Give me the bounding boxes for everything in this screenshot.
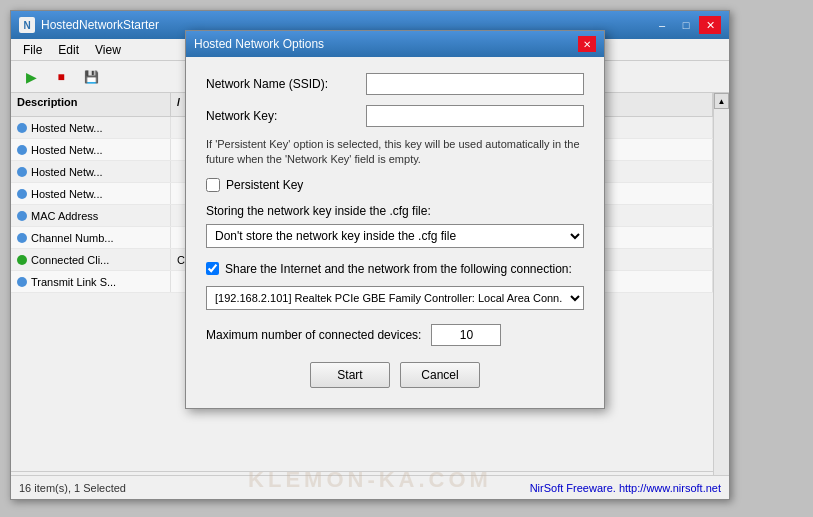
storing-dropdown-row: Don't store the network key inside the .… bbox=[206, 224, 584, 248]
dialog-title-bar: Hosted Network Options ✕ bbox=[186, 31, 604, 57]
share-connection-row: [192.168.2.101] Realtek PCIe GBE Family … bbox=[206, 286, 584, 310]
network-key-input[interactable] bbox=[366, 105, 584, 127]
info-text: If 'Persistent Key' option is selected, … bbox=[206, 137, 584, 168]
share-checkbox-row: Share the Internet and the network from … bbox=[206, 262, 584, 276]
share-label: Share the Internet and the network from … bbox=[225, 262, 572, 276]
dialog-close-button[interactable]: ✕ bbox=[578, 36, 596, 52]
max-devices-label: Maximum number of connected devices: bbox=[206, 328, 421, 342]
share-checkbox[interactable] bbox=[206, 262, 219, 275]
network-key-row: Network Key: bbox=[206, 105, 584, 127]
network-name-label: Network Name (SSID): bbox=[206, 77, 366, 91]
dialog-title: Hosted Network Options bbox=[194, 37, 324, 51]
dialog-body: Network Name (SSID): Network Key: If 'Pe… bbox=[186, 57, 604, 408]
dialog-overlay: Hosted Network Options ✕ Network Name (S… bbox=[0, 0, 813, 517]
max-devices-input[interactable] bbox=[431, 324, 501, 346]
dialog-buttons: Start Cancel bbox=[206, 362, 584, 392]
network-name-input[interactable] bbox=[366, 73, 584, 95]
hosted-network-options-dialog: Hosted Network Options ✕ Network Name (S… bbox=[185, 30, 605, 409]
storing-dropdown[interactable]: Don't store the network key inside the .… bbox=[206, 224, 584, 248]
persistent-key-row: Persistent Key bbox=[206, 178, 584, 192]
cancel-button[interactable]: Cancel bbox=[400, 362, 480, 388]
persistent-key-label: Persistent Key bbox=[226, 178, 303, 192]
share-connection-dropdown[interactable]: [192.168.2.101] Realtek PCIe GBE Family … bbox=[206, 286, 584, 310]
persistent-key-checkbox[interactable] bbox=[206, 178, 220, 192]
storing-label: Storing the network key inside the .cfg … bbox=[206, 204, 584, 218]
network-key-label: Network Key: bbox=[206, 109, 366, 123]
network-name-row: Network Name (SSID): bbox=[206, 73, 584, 95]
max-devices-row: Maximum number of connected devices: bbox=[206, 324, 584, 346]
start-button[interactable]: Start bbox=[310, 362, 390, 388]
